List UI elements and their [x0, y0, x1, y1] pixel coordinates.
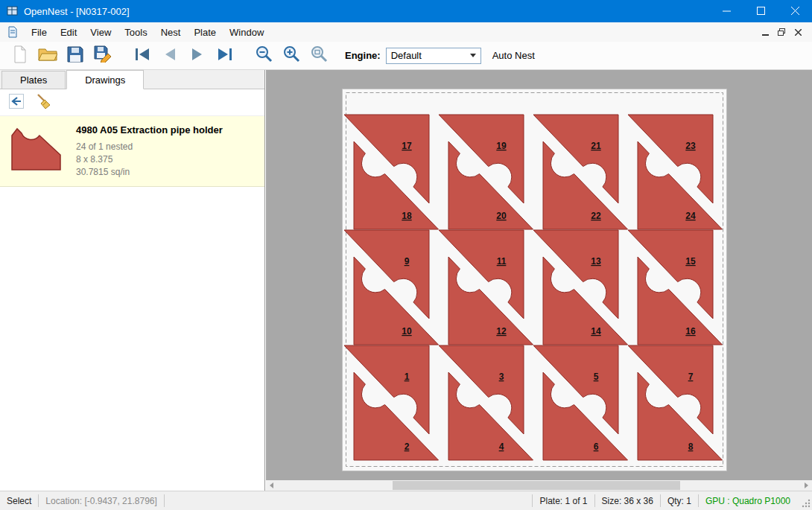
open-button[interactable]	[34, 43, 61, 68]
auto-nest-label[interactable]: Auto Nest	[492, 50, 535, 61]
part-pair: 1920	[439, 115, 533, 229]
menu-window[interactable]: Window	[223, 24, 270, 41]
mdi-close-button[interactable]	[790, 25, 806, 39]
tab-drawings[interactable]: Drawings	[66, 70, 144, 89]
part-pair: 78	[628, 345, 723, 460]
resize-grip-icon	[802, 499, 811, 508]
maximize-icon	[757, 4, 765, 18]
part-number: 23	[685, 141, 696, 151]
part-number: 24	[685, 211, 696, 221]
scroll-right-button[interactable]	[801, 480, 812, 491]
minimize-button[interactable]	[709, 0, 743, 22]
nav-last-button[interactable]	[211, 43, 238, 68]
part-number: 4	[499, 442, 504, 452]
tab-plates[interactable]: Plates	[1, 71, 66, 89]
part-pair: 2122	[533, 115, 628, 229]
part-number: 7	[688, 372, 694, 382]
nav-next-button[interactable]	[183, 43, 211, 68]
main-toolbar: Engine: Default Auto Nest	[0, 42, 812, 70]
app-icon	[7, 5, 19, 17]
plate[interactable]: 171819202122232491011121314151612345678	[343, 89, 726, 471]
menu-edit[interactable]: Edit	[54, 24, 83, 41]
drawings-toolbar	[0, 89, 264, 116]
drawing-title: 4980 A05 Extraction pipe holder	[76, 124, 223, 136]
part-pair: 1314	[533, 230, 628, 345]
nest-canvas[interactable]: 171819202122232491011121314151612345678	[266, 70, 812, 480]
engine-combobox[interactable]: Default	[386, 48, 481, 64]
mdi-restore-button[interactable]	[773, 25, 790, 39]
part-number: 3	[499, 372, 504, 382]
status-gpu: GPU : Quadro P1000	[699, 496, 797, 506]
scrollbar-track[interactable]	[277, 480, 801, 491]
part-number: 18	[402, 211, 412, 221]
nav-previous-button[interactable]	[156, 43, 183, 68]
part-number: 9	[405, 256, 410, 267]
status-separator	[164, 494, 165, 507]
engine-value: Default	[391, 50, 422, 61]
part-number: 20	[496, 211, 507, 221]
part-number: 5	[594, 372, 599, 382]
part-shape-icon	[10, 127, 63, 174]
save-button[interactable]	[61, 43, 89, 68]
save-icon	[67, 46, 83, 66]
zoom-in-icon	[283, 45, 300, 66]
part-number: 14	[591, 326, 601, 337]
drawing-list-item[interactable]: 4980 A05 Extraction pipe holder 24 of 1 …	[0, 116, 264, 187]
nav-first-button[interactable]	[128, 43, 156, 68]
save-as-button[interactable]	[89, 43, 116, 68]
status-location: Location: [-0.9437, 21.8796]	[39, 496, 163, 506]
new-button[interactable]	[6, 43, 34, 68]
sidebar: Plates Drawings 4980 A05 Extraction pipe…	[0, 70, 265, 491]
part-pair: 910	[344, 230, 439, 345]
mdi-restore-icon	[778, 27, 785, 38]
tab-plates-label: Plates	[20, 74, 47, 86]
part-pair: 1516	[628, 230, 723, 345]
scroll-left-button[interactable]	[266, 480, 277, 491]
mdi-window-controls	[757, 25, 806, 39]
clean-button[interactable]	[31, 92, 55, 114]
zoom-fit-icon	[311, 45, 328, 66]
resize-grip[interactable]	[799, 493, 811, 508]
part-number: 10	[402, 326, 412, 337]
part-number: 21	[591, 141, 601, 151]
import-arrow-icon	[8, 93, 25, 112]
nav-last-icon	[216, 47, 234, 65]
window-controls	[709, 0, 812, 22]
zoom-fit-button[interactable]	[305, 43, 333, 68]
close-button[interactable]	[778, 0, 812, 22]
zoom-in-button[interactable]	[278, 43, 305, 68]
part-pair: 12	[344, 345, 439, 460]
status-qty: Qty: 1	[661, 496, 698, 506]
import-drawing-button[interactable]	[4, 92, 28, 114]
menu-nest[interactable]: Nest	[154, 24, 188, 41]
part-number: 13	[591, 256, 601, 267]
title-bar: OpenNest - [N0317-002]	[0, 0, 812, 22]
nav-previous-icon	[161, 47, 179, 65]
part-number: 1	[405, 372, 410, 382]
nav-first-icon	[133, 47, 151, 65]
close-icon	[791, 4, 799, 18]
scrollbar-thumb[interactable]	[393, 481, 681, 490]
document-icon	[7, 26, 18, 38]
part-number: 16	[685, 326, 696, 337]
part-number: 22	[591, 211, 601, 221]
menu-plate[interactable]: Plate	[187, 24, 223, 41]
broom-icon	[35, 93, 51, 112]
drawing-area: 30.7815 sq/in	[76, 166, 223, 179]
window-title: OpenNest - [N0317-002]	[24, 6, 130, 17]
maximize-button[interactable]	[743, 0, 778, 22]
save-as-icon	[94, 45, 112, 66]
menu-view[interactable]: View	[83, 24, 118, 41]
engine-label: Engine:	[345, 50, 381, 61]
drawing-nested-count: 24 of 1 nested	[76, 141, 223, 153]
mdi-minimize-button[interactable]	[757, 25, 773, 39]
part-pair: 56	[533, 345, 628, 460]
menu-tools[interactable]: Tools	[118, 24, 153, 41]
nest-view[interactable]: 171819202122232491011121314151612345678	[343, 89, 726, 471]
menu-file[interactable]: File	[25, 24, 54, 41]
horizontal-scrollbar[interactable]	[266, 480, 812, 491]
status-plate: Plate: 1 of 1	[533, 496, 594, 506]
zoom-out-button[interactable]	[250, 43, 278, 68]
open-folder-icon	[38, 46, 57, 65]
status-mode: Select	[0, 496, 38, 506]
